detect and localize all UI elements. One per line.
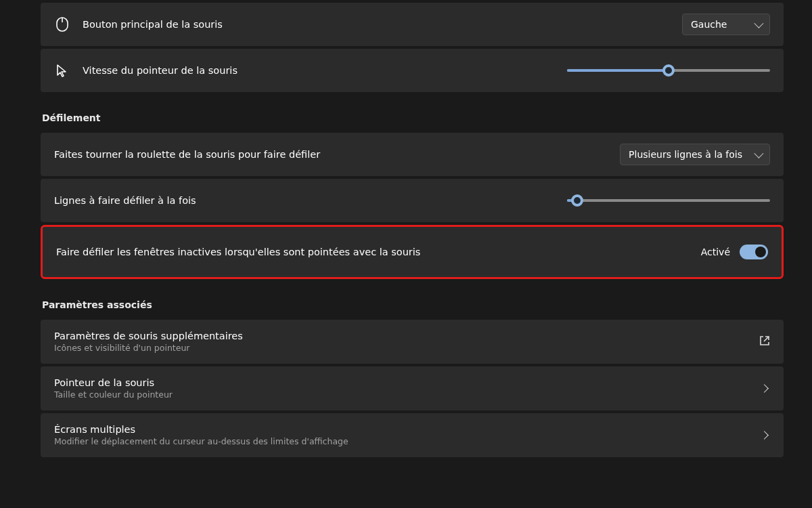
- mouse-pointer-row[interactable]: Pointeur de la souris Taille et couleur …: [41, 366, 784, 410]
- mouse-pointer-title: Pointeur de la souris: [54, 377, 750, 388]
- lines-scroll-label: Lignes à faire défiler à la fois: [54, 195, 567, 206]
- primary-mouse-button-dropdown[interactable]: Gauche: [682, 14, 770, 35]
- lines-scroll-slider[interactable]: [567, 199, 770, 202]
- scrolling-section-title: Défilement: [42, 112, 784, 123]
- inactive-scroll-label: Faire défiler les fenêtres inactives lor…: [56, 247, 701, 257]
- multi-display-row[interactable]: Écrans multiples Modifier le déplacement…: [41, 413, 784, 457]
- pointer-speed-label: Vitesse du pointeur de la souris: [83, 65, 567, 76]
- additional-settings-row[interactable]: Paramètres de souris supplémentaires Icô…: [41, 320, 784, 364]
- mouse-pointer-subtitle: Taille et couleur du pointeur: [54, 389, 750, 400]
- primary-mouse-button-label: Bouton principal de la souris: [83, 19, 682, 30]
- wheel-scroll-value: Plusieurs lignes à la fois: [629, 149, 742, 160]
- chevron-down-icon: [754, 149, 763, 158]
- external-link-icon: [759, 335, 770, 348]
- pointer-speed-slider[interactable]: [567, 69, 770, 72]
- inactive-scroll-state: Activé: [701, 247, 730, 257]
- primary-mouse-button-value: Gauche: [691, 19, 727, 30]
- chevron-right-icon: [760, 384, 769, 393]
- wheel-scroll-dropdown[interactable]: Plusieurs lignes à la fois: [620, 144, 770, 165]
- inactive-scroll-row[interactable]: Faire défiler les fenêtres inactives lor…: [41, 225, 784, 279]
- cursor-icon: [54, 62, 70, 79]
- pointer-speed-row: Vitesse du pointeur de la souris: [41, 49, 784, 92]
- chevron-right-icon: [760, 431, 769, 440]
- additional-settings-subtitle: Icônes et visibilité d'un pointeur: [54, 343, 759, 353]
- chevron-down-icon: [754, 19, 763, 28]
- additional-settings-title: Paramètres de souris supplémentaires: [54, 331, 759, 341]
- primary-mouse-button-row[interactable]: Bouton principal de la souris Gauche: [41, 3, 784, 46]
- wheel-scroll-label: Faites tourner la roulette de la souris …: [54, 149, 620, 160]
- wheel-scroll-row[interactable]: Faites tourner la roulette de la souris …: [41, 133, 784, 176]
- multi-display-subtitle: Modifier le déplacement du curseur au-de…: [54, 436, 750, 446]
- mouse-icon: [54, 16, 70, 33]
- multi-display-title: Écrans multiples: [54, 424, 750, 435]
- related-section-title: Paramètres associés: [42, 299, 784, 310]
- lines-scroll-row: Lignes à faire défiler à la fois: [41, 179, 784, 222]
- inactive-scroll-toggle[interactable]: [740, 245, 768, 259]
